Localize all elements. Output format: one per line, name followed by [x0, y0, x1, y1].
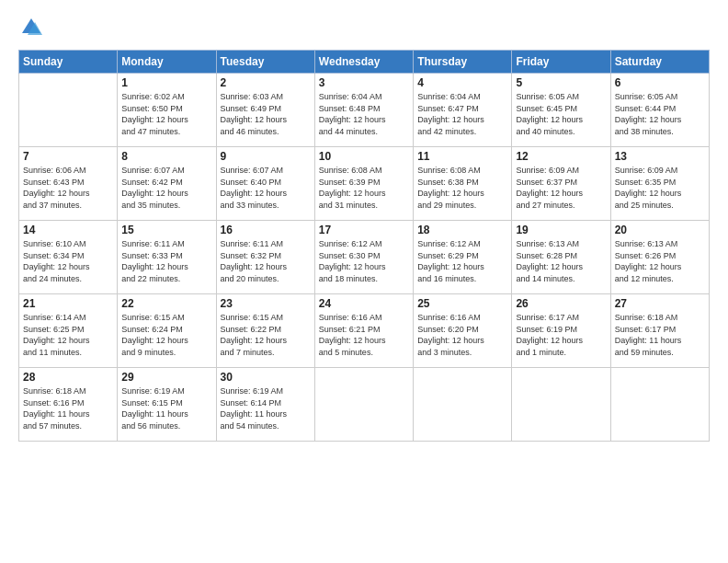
day-info: Sunrise: 6:08 AMSunset: 6:38 PMDaylight:…	[417, 165, 507, 211]
day-number: 11	[417, 150, 507, 163]
day-number: 27	[615, 297, 705, 310]
day-info: Sunrise: 6:14 AMSunset: 6:25 PMDaylight:…	[23, 312, 113, 358]
col-header-tuesday: Tuesday	[216, 51, 314, 74]
day-info: Sunrise: 6:19 AMSunset: 6:14 PMDaylight:…	[221, 385, 311, 431]
calendar-cell: 26Sunrise: 6:17 AMSunset: 6:19 PMDayligh…	[512, 294, 610, 368]
day-info: Sunrise: 6:08 AMSunset: 6:39 PMDaylight:…	[319, 165, 409, 211]
col-header-saturday: Saturday	[610, 51, 709, 74]
calendar-cell: 29Sunrise: 6:19 AMSunset: 6:15 PMDayligh…	[118, 368, 216, 442]
day-info: Sunrise: 6:15 AMSunset: 6:24 PMDaylight:…	[121, 312, 211, 358]
day-info: Sunrise: 6:13 AMSunset: 6:26 PMDaylight:…	[615, 238, 705, 284]
day-number: 18	[417, 224, 507, 236]
day-number: 19	[516, 224, 606, 236]
day-number: 22	[121, 297, 211, 310]
day-number: 17	[319, 224, 409, 236]
day-number: 28	[23, 371, 113, 384]
logo-icon	[18, 15, 44, 40]
calendar-cell: 28Sunrise: 6:18 AMSunset: 6:16 PMDayligh…	[19, 368, 118, 442]
day-number: 9	[221, 150, 311, 163]
calendar-cell: 1Sunrise: 6:02 AMSunset: 6:50 PMDaylight…	[118, 74, 216, 147]
calendar-cell	[414, 368, 512, 442]
day-number: 4	[417, 76, 507, 89]
calendar-cell: 27Sunrise: 6:18 AMSunset: 6:17 PMDayligh…	[610, 294, 709, 368]
calendar-cell: 14Sunrise: 6:10 AMSunset: 6:34 PMDayligh…	[19, 221, 118, 294]
calendar-cell: 18Sunrise: 6:12 AMSunset: 6:29 PMDayligh…	[414, 221, 512, 294]
col-header-friday: Friday	[512, 51, 610, 74]
day-info: Sunrise: 6:11 AMSunset: 6:32 PMDaylight:…	[221, 238, 311, 284]
calendar-cell: 13Sunrise: 6:09 AMSunset: 6:35 PMDayligh…	[610, 147, 709, 221]
day-info: Sunrise: 6:18 AMSunset: 6:17 PMDaylight:…	[615, 312, 705, 358]
calendar-cell: 30Sunrise: 6:19 AMSunset: 6:14 PMDayligh…	[216, 368, 314, 442]
day-number: 7	[23, 150, 113, 163]
day-info: Sunrise: 6:04 AMSunset: 6:47 PMDaylight:…	[417, 91, 507, 137]
day-info: Sunrise: 6:07 AMSunset: 6:40 PMDaylight:…	[221, 165, 311, 211]
col-header-thursday: Thursday	[414, 51, 512, 74]
logo	[18, 15, 48, 40]
calendar-cell: 23Sunrise: 6:15 AMSunset: 6:22 PMDayligh…	[216, 294, 314, 368]
day-info: Sunrise: 6:03 AMSunset: 6:49 PMDaylight:…	[221, 91, 311, 137]
day-number: 26	[516, 297, 606, 310]
week-row-3: 14Sunrise: 6:10 AMSunset: 6:34 PMDayligh…	[19, 221, 710, 294]
day-number: 13	[615, 150, 705, 163]
calendar-cell: 3Sunrise: 6:04 AMSunset: 6:48 PMDaylight…	[314, 74, 413, 147]
day-number: 1	[121, 76, 211, 89]
calendar-cell: 20Sunrise: 6:13 AMSunset: 6:26 PMDayligh…	[610, 221, 709, 294]
calendar-cell: 22Sunrise: 6:15 AMSunset: 6:24 PMDayligh…	[118, 294, 216, 368]
day-number: 21	[23, 297, 113, 310]
calendar-cell: 17Sunrise: 6:12 AMSunset: 6:30 PMDayligh…	[314, 221, 413, 294]
day-info: Sunrise: 6:09 AMSunset: 6:35 PMDaylight:…	[615, 165, 705, 211]
day-number: 16	[221, 224, 311, 236]
calendar: SundayMondayTuesdayWednesdayThursdayFrid…	[18, 50, 710, 442]
day-number: 3	[319, 76, 409, 89]
day-info: Sunrise: 6:16 AMSunset: 6:21 PMDaylight:…	[319, 312, 409, 358]
day-number: 30	[221, 371, 311, 384]
calendar-cell: 9Sunrise: 6:07 AMSunset: 6:40 PMDaylight…	[216, 147, 314, 221]
day-number: 23	[221, 297, 311, 310]
week-row-5: 28Sunrise: 6:18 AMSunset: 6:16 PMDayligh…	[19, 368, 710, 442]
day-info: Sunrise: 6:10 AMSunset: 6:34 PMDaylight:…	[23, 238, 113, 284]
day-number: 8	[121, 150, 211, 163]
calendar-cell: 15Sunrise: 6:11 AMSunset: 6:33 PMDayligh…	[118, 221, 216, 294]
calendar-cell: 10Sunrise: 6:08 AMSunset: 6:39 PMDayligh…	[314, 147, 413, 221]
header	[18, 15, 710, 40]
day-number: 14	[23, 224, 113, 236]
day-info: Sunrise: 6:18 AMSunset: 6:16 PMDaylight:…	[23, 385, 113, 431]
day-info: Sunrise: 6:12 AMSunset: 6:30 PMDaylight:…	[319, 238, 409, 284]
day-number: 12	[516, 150, 606, 163]
day-info: Sunrise: 6:09 AMSunset: 6:37 PMDaylight:…	[516, 165, 606, 211]
calendar-cell	[512, 368, 610, 442]
calendar-cell: 4Sunrise: 6:04 AMSunset: 6:47 PMDaylight…	[414, 74, 512, 147]
col-header-wednesday: Wednesday	[314, 51, 413, 74]
day-info: Sunrise: 6:13 AMSunset: 6:28 PMDaylight:…	[516, 238, 606, 284]
day-info: Sunrise: 6:15 AMSunset: 6:22 PMDaylight:…	[221, 312, 311, 358]
day-number: 2	[221, 76, 311, 89]
day-info: Sunrise: 6:16 AMSunset: 6:20 PMDaylight:…	[417, 312, 507, 358]
day-number: 5	[516, 76, 606, 89]
week-row-1: 1Sunrise: 6:02 AMSunset: 6:50 PMDaylight…	[19, 74, 710, 147]
col-header-sunday: Sunday	[19, 51, 118, 74]
day-info: Sunrise: 6:19 AMSunset: 6:15 PMDaylight:…	[121, 385, 211, 431]
calendar-cell: 16Sunrise: 6:11 AMSunset: 6:32 PMDayligh…	[216, 221, 314, 294]
calendar-cell: 25Sunrise: 6:16 AMSunset: 6:20 PMDayligh…	[414, 294, 512, 368]
day-info: Sunrise: 6:04 AMSunset: 6:48 PMDaylight:…	[319, 91, 409, 137]
col-header-monday: Monday	[118, 51, 216, 74]
calendar-cell: 8Sunrise: 6:07 AMSunset: 6:42 PMDaylight…	[118, 147, 216, 221]
day-info: Sunrise: 6:07 AMSunset: 6:42 PMDaylight:…	[121, 165, 211, 211]
day-number: 6	[615, 76, 705, 89]
calendar-cell: 2Sunrise: 6:03 AMSunset: 6:49 PMDaylight…	[216, 74, 314, 147]
calendar-header-row: SundayMondayTuesdayWednesdayThursdayFrid…	[19, 51, 710, 74]
day-number: 15	[121, 224, 211, 236]
day-info: Sunrise: 6:05 AMSunset: 6:44 PMDaylight:…	[615, 91, 705, 137]
calendar-cell	[19, 74, 118, 147]
day-info: Sunrise: 6:12 AMSunset: 6:29 PMDaylight:…	[417, 238, 507, 284]
day-info: Sunrise: 6:11 AMSunset: 6:33 PMDaylight:…	[121, 238, 211, 284]
day-number: 24	[319, 297, 409, 310]
calendar-cell	[314, 368, 413, 442]
calendar-cell: 5Sunrise: 6:05 AMSunset: 6:45 PMDaylight…	[512, 74, 610, 147]
day-number: 10	[319, 150, 409, 163]
day-number: 20	[615, 224, 705, 236]
week-row-4: 21Sunrise: 6:14 AMSunset: 6:25 PMDayligh…	[19, 294, 710, 368]
week-row-2: 7Sunrise: 6:06 AMSunset: 6:43 PMDaylight…	[19, 147, 710, 221]
day-info: Sunrise: 6:05 AMSunset: 6:45 PMDaylight:…	[516, 91, 606, 137]
day-info: Sunrise: 6:02 AMSunset: 6:50 PMDaylight:…	[121, 91, 211, 137]
